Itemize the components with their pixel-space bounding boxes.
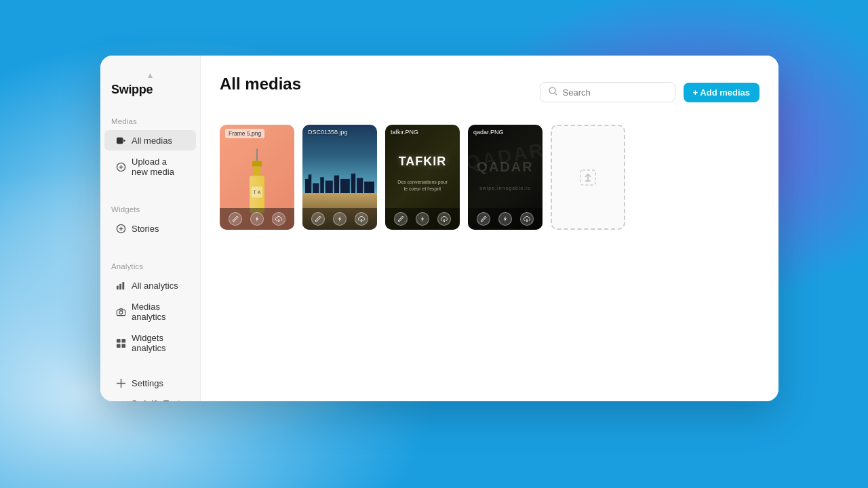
sidebar-item-all-medias-label: All medias: [132, 136, 172, 146]
upload-card[interactable]: [551, 125, 625, 230]
search-input[interactable]: [563, 87, 667, 98]
card-3-filename: tafkir.PNG: [391, 129, 418, 136]
media-grid: Frame 5.png ＴＫ: [220, 125, 760, 230]
sidebar-item-widgets-analytics-label: Widgets analytics: [132, 333, 185, 353]
svg-rect-10: [122, 281, 124, 289]
card-2-edit-btn[interactable]: [311, 212, 325, 226]
card-1-cloud-btn[interactable]: [272, 212, 285, 226]
search-icon: [549, 87, 557, 98]
card-1-flash-btn[interactable]: [250, 212, 264, 226]
card-3-actions: [385, 208, 460, 230]
card-2-actions: [302, 208, 377, 230]
sidebar-section-widgets: Widgets: [100, 196, 200, 218]
svg-rect-8: [116, 285, 118, 289]
svg-marker-1: [123, 139, 125, 142]
sidebar-section-analytics: Analytics: [100, 253, 200, 274]
sidebar-item-medias-analytics[interactable]: Medias analytics: [104, 297, 196, 327]
grid-icon: [115, 338, 126, 348]
svg-marker-36: [421, 216, 424, 222]
sidebar-item-upload-label: Upload a new media: [132, 157, 185, 177]
main-content: All medias + Add medias: [201, 56, 778, 401]
card-3-flash-btn[interactable]: [416, 212, 429, 226]
sidebar-item-medias-analytics-label: Medias analytics: [132, 302, 185, 322]
page-title: All medias: [220, 75, 301, 94]
card-1-actions: [220, 208, 294, 230]
settings-icon: [115, 378, 126, 388]
media-card-4[interactable]: qadar.PNG QADAR swipe.innogable.io QADAR: [468, 125, 542, 230]
sidebar-store-item[interactable]: Swipify Test swipify-test.myshopify.com: [104, 394, 196, 401]
card-3-main-text: TAFKIR: [399, 155, 447, 169]
sidebar-item-stories-label: Stories: [132, 224, 159, 234]
card-4-flash-btn[interactable]: [498, 212, 512, 226]
video-icon: [115, 135, 126, 146]
svg-point-11: [119, 310, 123, 314]
sidebar-item-stories[interactable]: Stories: [104, 218, 196, 239]
sidebar-item-settings-label: Settings: [132, 378, 163, 388]
card-4-edit-btn[interactable]: [477, 212, 490, 226]
card-2-flash-btn[interactable]: [333, 212, 347, 226]
main-header: All medias + Add medias: [220, 75, 760, 110]
svg-marker-34: [338, 216, 341, 222]
card-4-cloud-btn[interactable]: [520, 212, 534, 226]
sidebar-item-all-analytics[interactable]: All analytics: [104, 275, 196, 296]
sidebar-item-settings[interactable]: Settings: [104, 373, 196, 393]
header-actions: + Add medias: [540, 82, 760, 102]
sidebar-item-widgets-analytics[interactable]: Widgets analytics: [104, 328, 196, 358]
svg-rect-16: [121, 344, 125, 348]
sidebar: ▲ Swippe Medias All medias Upload a n: [100, 56, 201, 401]
svg-rect-14: [121, 338, 125, 342]
svg-marker-38: [504, 216, 507, 222]
card-4-sub-text: swipe.innogable.io: [479, 186, 531, 190]
sidebar-item-all-medias[interactable]: All medias: [104, 130, 196, 150]
scroll-up-indicator: ▲: [100, 68, 200, 83]
svg-rect-9: [119, 283, 121, 289]
sidebar-item-upload-media[interactable]: Upload a new media: [104, 152, 196, 182]
svg-rect-13: [116, 338, 120, 342]
card-1-edit-btn[interactable]: [229, 212, 242, 226]
store-info: Swipify Test swipify-test.myshopify.com: [132, 399, 189, 401]
media-card-2[interactable]: DSC01358.jpg: [302, 125, 377, 230]
card-2-cloud-btn[interactable]: [355, 212, 368, 226]
card-3-cloud-btn[interactable]: [437, 212, 451, 226]
plus-icon: [115, 161, 126, 172]
search-bar[interactable]: [540, 82, 675, 102]
svg-line-21: [555, 93, 557, 95]
svg-rect-15: [116, 344, 120, 348]
card-4-filename: qadar.PNG: [473, 129, 504, 136]
store-name: Swipify Test: [132, 399, 189, 401]
sidebar-section-medias: Medias: [100, 108, 200, 129]
sidebar-item-all-analytics-label: All analytics: [132, 281, 178, 291]
add-media-button[interactable]: + Add medias: [684, 83, 760, 102]
bar-chart-icon: [115, 280, 126, 291]
app-logo: Swippe: [100, 83, 200, 108]
app-container: ▲ Swippe Medias All medias Upload a n: [100, 56, 778, 401]
bottle-illustration: ＴＫ: [250, 148, 264, 213]
circle-plus-icon: [115, 223, 126, 234]
media-card-1[interactable]: Frame 5.png ＴＫ: [220, 125, 294, 230]
svg-marker-22: [256, 216, 258, 222]
card-1-filename: Frame 5.png: [225, 129, 264, 138]
card-2-filename: DSC01358.jpg: [308, 129, 348, 136]
upload-icon: [578, 168, 597, 187]
camera-icon: [115, 306, 126, 317]
card-3-edit-btn[interactable]: [394, 212, 408, 226]
media-card-3[interactable]: tafkir.PNG TAFKIR Des conversations pour…: [385, 125, 460, 230]
card-3-sub-text: Des conversations pour le coeur et l'esp…: [395, 179, 450, 192]
card-4-actions: [468, 208, 542, 230]
svg-rect-0: [116, 137, 122, 143]
